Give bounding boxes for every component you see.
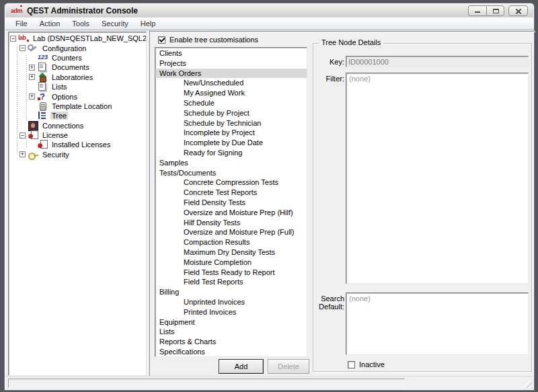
question-icon: [37, 92, 48, 102]
list-item[interactable]: Hilf Density Tests: [155, 218, 307, 228]
tree-item-label: Lists: [50, 83, 69, 91]
key-label: Key:: [315, 58, 344, 66]
expand-toggle-icon[interactable]: [29, 93, 35, 100]
drive-icon: [37, 102, 48, 111]
tree-item[interactable]: License: [9, 130, 146, 140]
list-item[interactable]: Maximum Dry Density Tests: [155, 247, 307, 258]
list-item[interactable]: Concrete Test Reports: [155, 188, 307, 198]
list-item[interactable]: Work Orders: [155, 69, 307, 79]
expand-toggle-icon[interactable]: [29, 74, 35, 80]
list-item[interactable]: Printed Invoices: [155, 307, 307, 317]
enable-tree-customisations-checkbox[interactable]: [158, 36, 165, 44]
laboratories-icon: [37, 73, 48, 82]
list-item[interactable]: Incomplete by Due Date: [155, 138, 307, 148]
tree-item[interactable]: Laboratories: [9, 73, 146, 82]
list-item[interactable]: Projects: [155, 58, 307, 69]
status-panel: [8, 379, 405, 388]
list-item[interactable]: Field Test Reports: [155, 277, 307, 287]
maximize-button[interactable]: [486, 5, 504, 16]
menu-item[interactable]: Security: [95, 18, 134, 29]
tree-item[interactable]: Tree: [9, 111, 146, 120]
expand-toggle-icon[interactable]: [29, 65, 35, 71]
tree-item[interactable]: Template Location: [9, 102, 146, 111]
list-item[interactable]: Incomplete by Project: [155, 128, 307, 138]
menu-item[interactable]: File: [9, 18, 34, 29]
menu-item[interactable]: Help: [134, 18, 162, 29]
search-default-field[interactable]: (none): [346, 292, 529, 355]
list-item[interactable]: Field Density Tests: [155, 198, 307, 208]
app-window: adm QEST Administrator Console FileActio…: [4, 3, 535, 391]
person-icon: [28, 121, 39, 130]
client-area: Lab (DSN=QESTLab_NEW_SQL2008) Configurat…: [5, 30, 533, 389]
lab-database-icon: [18, 34, 30, 43]
counters-123-icon: [37, 53, 48, 63]
list-item[interactable]: Moisture Completion: [155, 258, 307, 268]
tree-item[interactable]: Documents: [9, 63, 146, 72]
tree-item-label: Configuration: [41, 44, 87, 52]
tree-node-details-group: Tree Node Details Key: ID00001000 Filter…: [313, 43, 532, 372]
list-item[interactable]: Unprinted Invoices: [155, 297, 307, 307]
list-item[interactable]: Schedule by Project: [155, 108, 307, 118]
documents-icon: [37, 63, 48, 72]
expand-toggle-icon[interactable]: [10, 36, 16, 42]
list-item[interactable]: Oversize and Moisture Prep (Full): [155, 227, 307, 237]
list-item[interactable]: Field Tests Ready to Report: [155, 268, 307, 278]
tree-item[interactable]: Security: [9, 150, 146, 159]
tree-item[interactable]: Lists: [9, 82, 146, 91]
tree-item-label: Connections: [41, 122, 85, 130]
expand-toggle-icon[interactable]: [20, 45, 26, 51]
list-item[interactable]: Schedule by Technician: [155, 118, 307, 128]
list-item[interactable]: New/Unscheduled: [155, 78, 307, 88]
license-icon: [37, 140, 48, 149]
tree-item[interactable]: Installed Licenses: [9, 140, 146, 149]
tree-connector-line: [26, 136, 27, 149]
wrench-icon: [28, 44, 39, 53]
tree-item-label: Installed Licenses: [50, 141, 112, 149]
title-bar[interactable]: adm QEST Administrator Console: [5, 4, 533, 17]
close-button[interactable]: [508, 5, 528, 16]
list-item[interactable]: Specifications: [155, 347, 307, 357]
list-item[interactable]: My Assigned Work: [155, 88, 307, 98]
tree-item[interactable]: Lab (DSN=QESTLab_NEW_SQL2008): [9, 34, 146, 43]
add-button[interactable]: Add: [219, 359, 264, 374]
menu-item[interactable]: Tools: [66, 18, 95, 29]
list-item[interactable]: Tests/Documents: [155, 168, 307, 178]
list-item[interactable]: Oversize and Moisture Prep (Hilf): [155, 208, 307, 218]
list-item[interactable]: Reports & Charts: [155, 337, 307, 347]
list-item[interactable]: Billing: [155, 287, 307, 297]
documents-icon: [37, 82, 48, 91]
search-default-label: Search Default:: [315, 295, 344, 311]
delete-button[interactable]: Delete: [268, 359, 309, 374]
list-item[interactable]: Ready for Signing: [155, 148, 307, 158]
tree-item[interactable]: Counters: [9, 53, 146, 63]
menu-item[interactable]: Action: [34, 18, 67, 29]
list-item[interactable]: Compaction Results: [155, 237, 307, 247]
list-item[interactable]: Clients: [155, 48, 307, 58]
tree-item[interactable]: Configuration: [9, 43, 146, 52]
expand-toggle-icon[interactable]: [20, 132, 26, 139]
key-field[interactable]: ID00001000: [346, 56, 529, 67]
list-item[interactable]: Samples: [155, 158, 307, 168]
list-item[interactable]: Equipment: [155, 317, 307, 327]
tree-item[interactable]: Connections: [9, 121, 146, 130]
resize-grip[interactable]: [523, 379, 531, 388]
group-title: Tree Node Details: [319, 38, 383, 46]
tree-item-label: Laboratories: [50, 73, 94, 81]
adm-app-icon: adm: [11, 7, 23, 15]
list-item[interactable]: Schedule: [155, 98, 307, 108]
list-item[interactable]: Concrete Compression Tests: [155, 178, 307, 188]
inactive-row: Inactive: [348, 360, 385, 368]
expand-toggle-icon[interactable]: [20, 151, 26, 157]
filter-field[interactable]: (none): [346, 73, 529, 284]
menu-bar: FileActionToolsSecurityHelp: [5, 17, 533, 30]
minimize-button[interactable]: [468, 5, 486, 16]
tree-item-label: Security: [41, 151, 71, 159]
tree-item-label: Counters: [50, 54, 83, 62]
tree-item-label: Documents: [50, 63, 91, 71]
enable-tree-customisations-label: Enable tree customisations: [169, 36, 258, 44]
window-title: QEST Administrator Console: [27, 6, 138, 15]
tree-item[interactable]: Options: [9, 91, 146, 101]
tree-item-label: Template Location: [50, 102, 113, 110]
inactive-checkbox[interactable]: [348, 361, 355, 368]
list-item[interactable]: Lists: [155, 327, 307, 337]
